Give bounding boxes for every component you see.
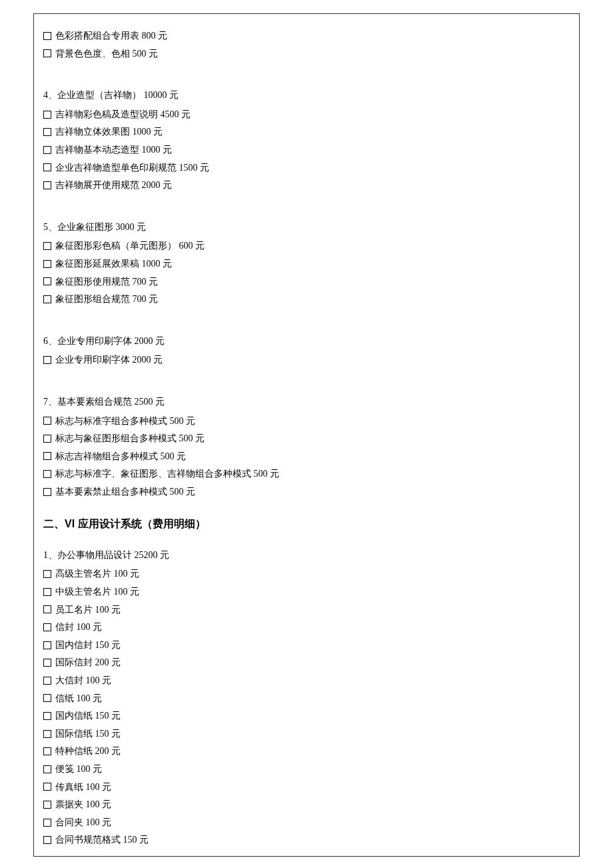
section-title: 1、办公事物用品设计 25200 元 — [43, 547, 570, 565]
checkbox-icon[interactable] — [43, 49, 51, 57]
checkbox-label: 吉祥物立体效果图 1000 元 — [55, 127, 163, 137]
section-gap — [43, 369, 570, 381]
section-title: 5、企业象征图形 3000 元 — [43, 219, 570, 237]
checkbox-icon[interactable] — [43, 242, 51, 250]
checkbox-icon[interactable] — [43, 146, 51, 154]
checkbox-label: 标志与象征图形组合多种模式 500 元 — [55, 433, 205, 443]
checkbox-line: 大信封 100 元 — [43, 672, 570, 690]
checkbox-line: 国内信封 150 元 — [43, 637, 570, 655]
checkbox-icon[interactable] — [43, 570, 51, 578]
checkbox-label: 色彩搭配组合专用表 800 元 — [55, 31, 167, 41]
checkbox-line: 便笺 100 元 — [43, 761, 570, 779]
checkbox-icon[interactable] — [43, 435, 51, 443]
checkbox-label: 特种信纸 200 元 — [55, 746, 121, 756]
checkbox-line: 标志与象征图形组合多种模式 500 元 — [43, 430, 570, 448]
checkbox-label: 中级主管名片 100 元 — [55, 587, 139, 597]
checkbox-line: 吉祥物彩色稿及造型说明 4500 元 — [43, 106, 570, 124]
checkbox-line: 合同书规范格式 150 元 — [43, 831, 570, 849]
checkbox-label: 象征图形彩色稿（单元图形） 600 元 — [55, 241, 205, 251]
checkbox-line: 象征图形组合规范 700 元 — [43, 291, 570, 309]
checkbox-line: 高级主管名片 100 元 — [43, 565, 570, 583]
checkbox-label: 合同夹 100 元 — [55, 817, 111, 827]
checkbox-icon[interactable] — [43, 747, 51, 755]
checkbox-line: 象征图形彩色稿（单元图形） 600 元 — [43, 237, 570, 255]
checkbox-label: 便笺 100 元 — [55, 764, 102, 774]
checkbox-line: 背景色色度、色相 500 元 — [43, 45, 570, 63]
section-gap — [43, 309, 570, 321]
checkbox-label: 传真纸 100 元 — [55, 782, 111, 792]
checkbox-icon[interactable] — [43, 623, 51, 631]
checkbox-icon[interactable] — [43, 295, 51, 303]
checkbox-label: 标志吉祥物组合多种模式 500 元 — [55, 451, 186, 461]
checkbox-label: 国际信纸 150 元 — [55, 729, 121, 739]
checkbox-line: 信纸 100 元 — [43, 690, 570, 708]
checkbox-line: 色彩搭配组合专用表 800 元 — [43, 27, 570, 45]
checkbox-line: 象征图形延展效果稿 1000 元 — [43, 255, 570, 273]
checkbox-icon[interactable] — [43, 111, 51, 119]
checkbox-icon[interactable] — [43, 765, 51, 773]
checkbox-line: 国际信纸 150 元 — [43, 725, 570, 743]
heading-section: 二、VI 应用设计系统（费用明细） — [43, 514, 570, 534]
section-title: 6、企业专用印刷字体 2000 元 — [43, 333, 570, 351]
checkbox-line: 吉祥物立体效果图 1000 元 — [43, 123, 570, 141]
checkbox-line: 吉祥物基本动态造型 1000 元 — [43, 141, 570, 159]
checkbox-line: 国内信纸 150 元 — [43, 707, 570, 725]
checkbox-label: 信纸 100 元 — [55, 693, 102, 703]
checkbox-icon[interactable] — [43, 277, 51, 285]
checkbox-label: 标志与标准字组合多种模式 500 元 — [55, 416, 195, 426]
checkbox-label: 国际信封 200 元 — [55, 657, 121, 667]
checkbox-line: 传真纸 100 元 — [43, 779, 570, 797]
checkbox-label: 标志与标准字、象征图形、吉祥物组合多种模式 500 元 — [55, 469, 279, 479]
checkbox-icon[interactable] — [43, 356, 51, 364]
section-gap — [43, 63, 570, 75]
checkbox-line: 标志与标准字、象征图形、吉祥物组合多种模式 500 元 — [43, 465, 570, 483]
checkbox-label: 象征图形使用规范 700 元 — [55, 277, 158, 287]
checkbox-icon[interactable] — [43, 588, 51, 596]
checkbox-line: 标志吉祥物组合多种模式 500 元 — [43, 448, 570, 466]
checkbox-icon[interactable] — [43, 32, 51, 40]
checkbox-label: 吉祥物基本动态造型 1000 元 — [55, 145, 172, 155]
checkbox-label: 象征图形延展效果稿 1000 元 — [55, 259, 172, 269]
checkbox-icon[interactable] — [43, 801, 51, 809]
checkbox-label: 大信封 100 元 — [55, 675, 111, 685]
checkbox-icon[interactable] — [43, 819, 51, 827]
checkbox-icon[interactable] — [43, 452, 51, 460]
document-page: 色彩搭配组合专用表 800 元背景色色度、色相 500 元4、企业造型（吉祥物）… — [33, 13, 580, 857]
checkbox-icon[interactable] — [43, 659, 51, 667]
section-title: 7、基本要素组合规范 2500 元 — [43, 393, 570, 411]
checkbox-icon[interactable] — [43, 163, 51, 171]
checkbox-line: 象征图形使用规范 700 元 — [43, 273, 570, 291]
checkbox-label: 吉祥物彩色稿及造型说明 4500 元 — [55, 109, 191, 119]
checkbox-label: 国内信纸 150 元 — [55, 711, 121, 721]
checkbox-icon[interactable] — [43, 641, 51, 649]
checkbox-line: 标志与标准字组合多种模式 500 元 — [43, 413, 570, 431]
checkbox-label: 企业专用印刷字体 2000 元 — [55, 355, 163, 365]
section-title: 4、企业造型（吉祥物） 10000 元 — [43, 87, 570, 105]
checkbox-line: 中级主管名片 100 元 — [43, 583, 570, 601]
checkbox-line: 吉祥物展开使用规范 2000 元 — [43, 177, 570, 195]
checkbox-line: 特种信纸 200 元 — [43, 743, 570, 761]
checkbox-label: 背景色色度、色相 500 元 — [55, 49, 158, 59]
checkbox-icon[interactable] — [43, 730, 51, 738]
checkbox-icon[interactable] — [43, 260, 51, 268]
checkbox-icon[interactable] — [43, 417, 51, 425]
checkbox-label: 票据夹 100 元 — [55, 799, 111, 809]
checkbox-label: 吉祥物展开使用规范 2000 元 — [55, 180, 172, 190]
checkbox-line: 合同夹 100 元 — [43, 814, 570, 832]
checkbox-icon[interactable] — [43, 783, 51, 791]
checkbox-icon[interactable] — [43, 128, 51, 136]
checkbox-icon[interactable] — [43, 470, 51, 478]
checkbox-icon[interactable] — [43, 488, 51, 496]
checkbox-label: 基本要素禁止组合多种模式 500 元 — [55, 487, 195, 497]
checkbox-icon[interactable] — [43, 605, 51, 613]
checkbox-icon[interactable] — [43, 181, 51, 189]
checkbox-icon[interactable] — [43, 677, 51, 685]
checkbox-label: 合同书规范格式 150 元 — [55, 835, 149, 845]
checkbox-line: 基本要素禁止组合多种模式 500 元 — [43, 483, 570, 501]
checkbox-label: 信封 100 元 — [55, 622, 102, 632]
checkbox-line: 国际信封 200 元 — [43, 654, 570, 672]
checkbox-icon[interactable] — [43, 712, 51, 720]
checkbox-icon[interactable] — [43, 694, 51, 702]
checkbox-icon[interactable] — [43, 836, 51, 844]
checkbox-label: 高级主管名片 100 元 — [55, 569, 139, 579]
